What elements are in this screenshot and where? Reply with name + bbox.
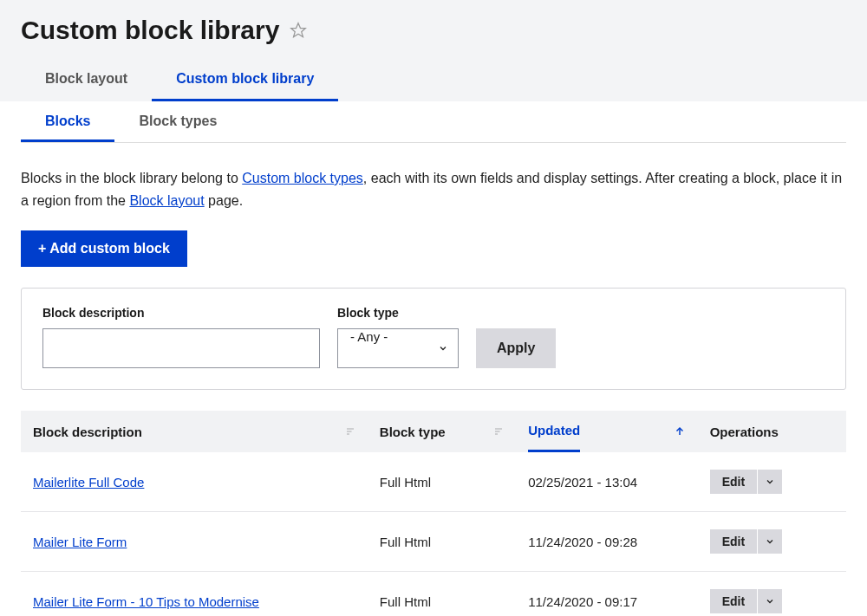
filter-panel: Block description Block type - Any - App… [21,288,846,390]
svg-rect-2 [347,431,352,432]
link-custom-block-types[interactable]: Custom block types [242,171,363,185]
block-type-cell: Full Html [368,572,516,616]
block-link[interactable]: Mailer Lite Form - 10 Tips to Modernise [33,594,259,609]
table-row: Mailer Lite FormFull Html11/24/2020 - 09… [21,512,846,572]
block-type-cell: Full Html [368,452,516,512]
svg-rect-1 [347,429,354,430]
chevron-down-icon [765,477,775,487]
column-header-description[interactable]: Block description [21,411,368,452]
block-updated-cell: 02/25/2021 - 13:04 [516,452,697,512]
block-updated-cell: 11/24/2020 - 09:17 [516,572,697,616]
tab-custom-block-library[interactable]: Custom block library [152,62,338,101]
subtab-blocks[interactable]: Blocks [21,101,114,142]
sort-icon [493,426,504,437]
svg-rect-6 [495,434,498,435]
edit-button[interactable]: Edit [710,589,757,613]
filter-description-label: Block description [42,306,320,320]
operations-dropdown-toggle[interactable] [757,589,782,613]
link-block-layout[interactable]: Block layout [129,193,204,208]
blocks-table: Block description Block type Updated [21,411,846,616]
chevron-down-icon [765,596,775,606]
secondary-tabs: Blocks Block types [21,101,846,143]
operations-dropdown-toggle[interactable] [757,529,782,554]
block-type-cell: Full Html [368,512,516,572]
page-description: Blocks in the block library belong to Cu… [21,167,846,211]
apply-filters-button[interactable]: Apply [476,328,556,368]
filter-type-select[interactable]: - Any - [337,328,459,368]
filter-type-label: Block type [337,306,459,320]
operations-dropdown-toggle[interactable] [757,470,782,494]
edit-button[interactable]: Edit [710,470,757,494]
block-link[interactable]: Mailer Lite Form [33,535,127,549]
tab-block-layout[interactable]: Block layout [21,62,152,101]
column-header-type[interactable]: Block type [368,411,516,452]
block-link[interactable]: Mailerlite Full Code [33,475,144,490]
table-row: Mailer Lite Form - 10 Tips to ModerniseF… [21,572,846,616]
primary-tabs: Block layout Custom block library [21,62,846,101]
filter-description-input[interactable] [42,328,320,368]
column-header-operations: Operations [698,411,846,452]
favorite-star-icon[interactable] [290,22,307,39]
column-header-updated[interactable]: Updated [516,411,697,452]
chevron-down-icon [765,536,775,547]
add-custom-block-button[interactable]: + Add custom block [21,230,187,267]
sort-icon [345,426,355,437]
svg-rect-5 [495,431,500,432]
sort-arrow-up-icon [674,425,686,438]
page-title: Custom block library [21,16,279,45]
block-updated-cell: 11/24/2020 - 09:28 [516,512,697,572]
edit-button[interactable]: Edit [710,529,757,554]
svg-rect-3 [347,434,349,435]
table-row: Mailerlite Full CodeFull Html02/25/2021 … [21,452,846,512]
svg-marker-0 [291,23,306,37]
subtab-block-types[interactable]: Block types [114,101,241,142]
svg-rect-4 [495,429,502,430]
